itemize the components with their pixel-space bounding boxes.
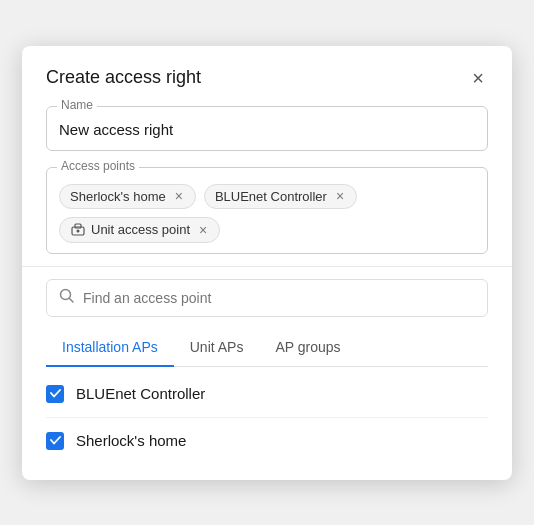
svg-point-2 [77,229,80,232]
search-wrapper [46,279,488,317]
search-section [22,266,512,317]
chip-bluenet-controller: BLUEnet Controller × [204,184,357,209]
name-fieldset: Name [46,106,488,151]
tab-installation-aps[interactable]: Installation APs [46,329,174,367]
search-input[interactable] [83,290,475,306]
create-access-right-dialog: Create access right × Name Access points… [22,46,512,480]
tabs-section: Installation APs Unit APs AP groups [22,329,512,367]
list-item-sherlocks-home[interactable]: Sherlock's home [46,418,488,464]
tab-ap-groups[interactable]: AP groups [259,329,356,367]
checkbox-sherlocks-home[interactable] [46,432,64,450]
tabs: Installation APs Unit APs AP groups [46,329,488,367]
list-item-label: BLUEnet Controller [76,385,205,402]
tab-unit-aps[interactable]: Unit APs [174,329,260,367]
checkbox-bluenet-controller[interactable] [46,385,64,403]
chip-sherlocks-home: Sherlock's home × [59,184,196,209]
name-legend: Name [57,98,97,112]
list-item-bluenet-controller[interactable]: BLUEnet Controller [46,371,488,418]
chip-close-sherlocks-home[interactable]: × [173,189,185,203]
chip-label: BLUEnet Controller [215,189,327,204]
name-section: Name [22,106,512,151]
name-input[interactable] [47,107,487,150]
chip-label: Unit access point [91,222,190,237]
list-section: BLUEnet Controller Sherlock's home [22,367,512,480]
unit-icon [70,222,86,238]
search-icon [59,288,75,308]
chip-close-unit-access-point[interactable]: × [197,223,209,237]
list-item-label: Sherlock's home [76,432,186,449]
svg-line-4 [70,298,74,302]
access-points-fieldset: Access points Sherlock's home × BLUEnet … [46,167,488,254]
close-button[interactable]: × [468,66,488,90]
dialog-title: Create access right [46,67,201,88]
dialog-header: Create access right × [22,46,512,106]
chip-label: Sherlock's home [70,189,166,204]
access-points-section: Access points Sherlock's home × BLUEnet … [22,167,512,254]
chip-unit-access-point: Unit access point × [59,217,220,243]
access-points-legend: Access points [57,159,139,173]
chip-close-bluenet-controller[interactable]: × [334,189,346,203]
chips-area: Sherlock's home × BLUEnet Controller × [59,182,475,243]
